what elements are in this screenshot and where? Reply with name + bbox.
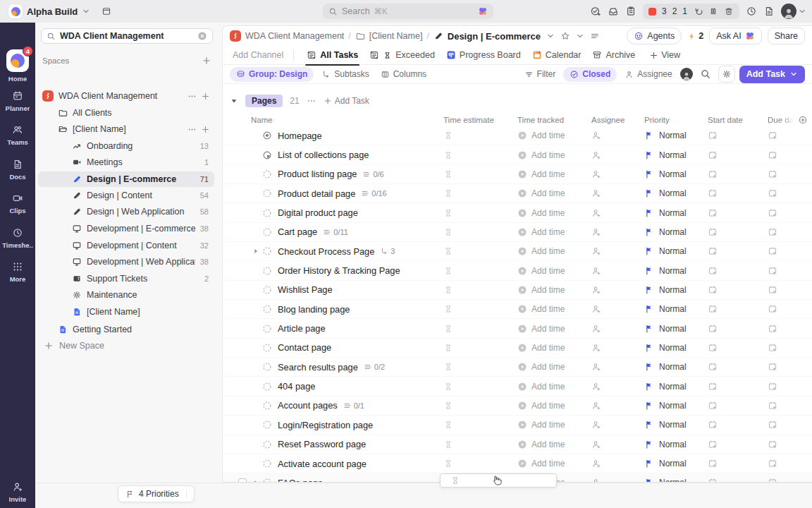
sidebar-item-maintenance[interactable]: Maintenance: [38, 287, 214, 303]
collapse-group-icon[interactable]: [230, 97, 238, 105]
status-icon[interactable]: [262, 150, 272, 160]
add-view-button[interactable]: View: [644, 50, 686, 60]
time-estimate-cell[interactable]: [437, 242, 511, 260]
rail-item-clips[interactable]: Clips: [0, 193, 35, 214]
time-estimate-cell[interactable]: [437, 339, 511, 357]
due-date-cell[interactable]: [761, 281, 812, 299]
task-name[interactable]: Search results page: [278, 362, 358, 373]
priority-cell[interactable]: Normal: [638, 300, 701, 318]
new-space-button[interactable]: New Space: [44, 338, 104, 353]
status-icon[interactable]: [262, 382, 272, 392]
task-name-cell[interactable]: Order History & Tracking Page: [223, 261, 437, 279]
priority-cell[interactable]: Normal: [638, 339, 701, 357]
assignee-cell[interactable]: [585, 319, 638, 337]
boost-indicator[interactable]: 2: [687, 31, 703, 41]
assignee-cell[interactable]: [585, 203, 638, 222]
priority-cell[interactable]: Normal: [638, 281, 701, 299]
agents-button[interactable]: Agents: [627, 28, 682, 44]
task-name-cell[interactable]: List of collections page: [223, 145, 437, 164]
sidebar-search-input[interactable]: [60, 31, 193, 41]
start-date-cell[interactable]: [701, 145, 761, 164]
priority-cell[interactable]: Normal: [638, 319, 701, 337]
due-date-cell[interactable]: [761, 223, 812, 241]
task-name-cell[interactable]: Product listing page0/6: [223, 165, 437, 183]
priority-cell[interactable]: Normal: [638, 473, 701, 483]
assignee-cell[interactable]: [585, 145, 638, 164]
task-row[interactable]: Blog landing pageAdd timeNormal: [223, 300, 812, 319]
status-icon[interactable]: [262, 362, 272, 372]
priority-cell[interactable]: Normal: [638, 184, 701, 202]
task-name[interactable]: FAQs page: [278, 478, 323, 483]
checklist-badge[interactable]: 0/11: [323, 228, 348, 236]
filter-button[interactable]: Filter: [521, 69, 560, 79]
columns-button[interactable]: Columns: [377, 69, 430, 79]
priorities-bar[interactable]: 4 Priorities: [118, 485, 195, 502]
sidebar-search[interactable]: [41, 28, 213, 44]
due-date-cell[interactable]: [761, 242, 812, 260]
task-name[interactable]: 404 page: [278, 381, 315, 392]
column-header-start-date[interactable]: Start date: [701, 116, 761, 124]
task-row[interactable]: HomepageAdd timeNormal: [223, 126, 812, 145]
task-name-cell[interactable]: Product detail page0/16: [223, 184, 437, 202]
task-name-cell[interactable]: Activate account page: [223, 454, 437, 473]
assignee-cell[interactable]: [585, 397, 638, 415]
due-date-cell[interactable]: [761, 358, 812, 376]
time-estimate-cell[interactable]: [437, 358, 511, 376]
checklist-badge[interactable]: 0/6: [362, 170, 383, 179]
priority-cell[interactable]: Normal: [638, 397, 701, 415]
pause-icon[interactable]: [708, 6, 718, 16]
time-estimate-cell[interactable]: [437, 281, 511, 299]
due-date-cell[interactable]: [761, 339, 812, 357]
task-name-cell[interactable]: Homepage: [223, 126, 437, 145]
start-date-cell[interactable]: [701, 319, 761, 337]
due-date-cell[interactable]: [761, 397, 812, 415]
start-date-cell[interactable]: [701, 281, 761, 299]
group-add-task-button[interactable]: Add Task: [324, 96, 369, 106]
time-tracked-cell[interactable]: Add time: [511, 377, 585, 395]
time-estimate-cell[interactable]: [437, 223, 511, 241]
time-estimate-cell[interactable]: [437, 261, 511, 279]
assignee-cell[interactable]: [585, 416, 638, 434]
task-row[interactable]: Contact pageAdd timeNormal: [223, 339, 812, 358]
task-name-cell[interactable]: FAQs page: [223, 473, 437, 483]
task-row[interactable]: Cart page0/11Add timeNormal: [223, 223, 812, 242]
task-name[interactable]: Wishlist Page: [278, 284, 333, 295]
assignee-cell[interactable]: [585, 473, 638, 483]
priority-cell[interactable]: Normal: [638, 377, 701, 395]
task-name[interactable]: Digital product page: [278, 207, 358, 218]
priority-cell[interactable]: Normal: [638, 454, 701, 473]
rail-item-home[interactable]: 4Home: [0, 49, 35, 83]
task-name[interactable]: Reset Password page: [278, 439, 366, 449]
rail-item-timeshe[interactable]: Timeshe..: [0, 227, 35, 249]
sidebar-item-onboarding[interactable]: Onboarding13: [38, 138, 214, 154]
task-row[interactable]: Product listing page0/6Add timeNormal: [223, 165, 812, 184]
task-row[interactable]: Order History & Tracking PageAdd timeNor…: [223, 261, 812, 280]
start-date-cell[interactable]: [701, 416, 761, 434]
time-tracked-cell[interactable]: Add time: [511, 358, 585, 376]
column-header-time-tracked[interactable]: Time tracked: [511, 116, 585, 124]
start-date-cell[interactable]: [701, 397, 761, 415]
item-add-icon[interactable]: [201, 125, 210, 134]
due-date-cell[interactable]: [761, 416, 812, 434]
subtasks-button[interactable]: Subtasks: [318, 69, 372, 79]
time-estimate-cell[interactable]: [437, 416, 511, 434]
priority-cell[interactable]: Normal: [638, 435, 701, 454]
assignee-cell[interactable]: [585, 242, 638, 260]
start-date-cell[interactable]: [701, 261, 761, 279]
status-icon[interactable]: [262, 208, 272, 218]
priority-cell[interactable]: Normal: [638, 416, 701, 434]
due-date-cell[interactable]: [761, 145, 812, 164]
time-tracked-cell[interactable]: Add time: [511, 242, 585, 260]
column-header-priority[interactable]: Priority: [638, 116, 701, 124]
column-header-assignee[interactable]: Assignee: [585, 116, 638, 124]
view-options-icon[interactable]: [590, 31, 600, 41]
workspace-logo[interactable]: [8, 4, 23, 18]
task-row[interactable]: Activate account pageAdd timeNormal: [223, 454, 812, 473]
time-estimate-cell[interactable]: [437, 203, 511, 222]
due-date-cell[interactable]: [761, 261, 812, 279]
priority-cell[interactable]: Normal: [638, 145, 701, 164]
time-estimate-cell[interactable]: [437, 165, 511, 183]
item-add-icon[interactable]: [201, 92, 210, 101]
start-date-cell[interactable]: [701, 223, 761, 241]
chevron-down-icon[interactable]: [576, 32, 584, 40]
